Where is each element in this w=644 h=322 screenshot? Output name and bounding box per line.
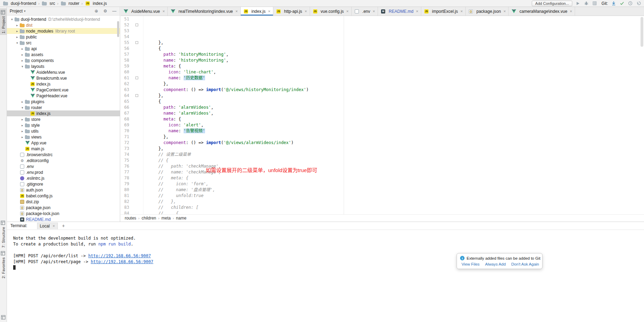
- editor-tab[interactable]: JShttp-api.js✕: [273, 7, 310, 16]
- collapsed-chevron-icon[interactable]: ▸: [20, 53, 25, 56]
- close-tab-icon[interactable]: ✕: [346, 10, 349, 13]
- grid-icon[interactable]: [592, 1, 597, 6]
- notification-action[interactable]: Don't Ask Again: [511, 262, 539, 266]
- tool-window-button[interactable]: 2: Favorites: [0, 249, 7, 280]
- arrow-down-icon[interactable]: [611, 1, 616, 6]
- collapsed-chevron-icon[interactable]: ▸: [20, 100, 25, 104]
- code-breadcrumb-item[interactable]: meta: [161, 216, 171, 221]
- tree-item[interactable]: ▾src: [7, 40, 120, 46]
- project-view-dropdown[interactable]: Project ▾: [10, 9, 26, 14]
- tree-item[interactable]: ▸assets: [7, 52, 120, 57]
- editor-scrollbar[interactable]: [641, 17, 643, 47]
- close-tab-icon[interactable]: ✕: [235, 10, 238, 13]
- breadcrumb-item[interactable]: router: [61, 1, 79, 6]
- tree-item[interactable]: .env: [7, 163, 120, 169]
- tree-item[interactable]: ▸plugins: [7, 99, 120, 105]
- tree-item[interactable]: ▸api: [7, 46, 120, 52]
- close-tab-icon[interactable]: ✕: [162, 10, 165, 13]
- tree-item[interactable]: ▸dist: [7, 22, 120, 28]
- tree-item[interactable]: App.vue: [7, 140, 120, 146]
- tree-item[interactable]: .eslintrc.js: [7, 175, 120, 181]
- fold-icon[interactable]: [135, 41, 138, 44]
- settings-icon[interactable]: ⚙: [103, 8, 108, 14]
- terminal-tab[interactable]: Local✕: [37, 223, 58, 229]
- fold-icon[interactable]: [135, 94, 138, 97]
- tree-item[interactable]: ▸store: [7, 116, 120, 122]
- tree-item[interactable]: {}package.json: [7, 205, 120, 211]
- tree-item[interactable]: PageHeader.vue: [7, 93, 120, 99]
- code-breadcrumb-item[interactable]: name: [176, 216, 186, 221]
- collapsed-chevron-icon[interactable]: ▸: [20, 118, 25, 121]
- tree-item[interactable]: {}auth.json: [7, 187, 120, 193]
- tree-item[interactable]: ⚙.editorconfig: [7, 158, 120, 163]
- tool-window-button[interactable]: 7: Structure: [0, 219, 7, 249]
- editor-tab[interactable]: .env✕: [352, 7, 378, 16]
- fold-icon[interactable]: [135, 24, 138, 26]
- code-area[interactable]: 如需设置展开的二级菜单，unfold设置为true即可 }, { path: '…: [143, 16, 644, 214]
- notification-action[interactable]: View Files: [461, 262, 479, 266]
- add-configuration-button[interactable]: Add Configuration...: [532, 1, 572, 6]
- collapsed-chevron-icon[interactable]: ▸: [15, 24, 19, 27]
- expanded-chevron-icon[interactable]: ▾: [15, 41, 19, 45]
- tree-item[interactable]: AsideMenu.vue: [7, 69, 120, 75]
- tree-item[interactable]: ▸utils: [7, 128, 120, 134]
- collapsed-chevron-icon[interactable]: ▸: [15, 29, 19, 33]
- editor-tab[interactable]: JSvue.config.js✕: [310, 7, 352, 16]
- breadcrumb-item[interactable]: src: [42, 1, 55, 6]
- tree-item[interactable]: dist.zip: [7, 199, 120, 205]
- editor-tab[interactable]: JSindex.js✕: [241, 7, 273, 16]
- tree-item[interactable]: JSbabel.config.js: [7, 193, 120, 199]
- bug-icon[interactable]: [583, 1, 589, 6]
- new-terminal-tab-button[interactable]: +: [62, 223, 65, 229]
- collapsed-chevron-icon[interactable]: ▸: [20, 124, 25, 127]
- close-tab-icon[interactable]: ✕: [416, 10, 418, 13]
- tree-item[interactable]: MREADME.md: [7, 216, 120, 222]
- locate-icon[interactable]: ⊕: [94, 8, 99, 14]
- collapsed-chevron-icon[interactable]: ▸: [20, 135, 25, 139]
- tree-item[interactable]: ▸node_moduleslibrary root: [7, 28, 120, 34]
- tree-item[interactable]: ▾layouts: [7, 63, 120, 69]
- editor-tab[interactable]: cameraManage\index.vue✕: [509, 7, 575, 16]
- notification-action[interactable]: Always Add: [485, 262, 505, 266]
- tree-item[interactable]: JSindex.js: [7, 110, 120, 116]
- breadcrumb-item[interactable]: duoji-frontend: [3, 1, 36, 6]
- terminal-link[interactable]: http://192.168.66.56:9007: [88, 253, 151, 258]
- fold-icon[interactable]: [135, 77, 138, 79]
- tree-item[interactable]: JSmain.js: [7, 146, 120, 152]
- close-tab-icon[interactable]: ✕: [373, 10, 376, 13]
- code-breadcrumb-item[interactable]: children: [142, 216, 156, 221]
- tree-item[interactable]: .browserslistrc: [7, 152, 120, 158]
- play-icon[interactable]: [575, 1, 581, 6]
- collapsed-chevron-icon[interactable]: ▸: [15, 35, 19, 39]
- close-tab-icon[interactable]: ✕: [268, 10, 271, 13]
- terminal-link[interactable]: http://192.168.66.56:9007: [91, 259, 153, 264]
- terminal-output[interactable]: Note that the development build is not o…: [7, 230, 644, 322]
- tree-scrollbar[interactable]: [117, 21, 119, 37]
- tree-item[interactable]: {}package-lock.json: [7, 211, 120, 216]
- close-tab-icon[interactable]: ✕: [570, 10, 573, 13]
- hide-icon[interactable]: ―: [112, 8, 117, 14]
- editor-tab[interactable]: AsideMenu.vue✕: [121, 7, 168, 16]
- clock-icon[interactable]: [627, 1, 633, 6]
- editor-tab[interactable]: {}package.json✕: [466, 7, 509, 16]
- collapsed-chevron-icon[interactable]: ▸: [20, 129, 25, 133]
- tool-window-switcher-icon[interactable]: [1, 315, 6, 321]
- tree-item[interactable]: JSindex.js: [7, 81, 120, 87]
- close-tab-icon[interactable]: ✕: [305, 10, 307, 13]
- code-breadcrumb-item[interactable]: routes: [125, 216, 136, 221]
- tree-item[interactable]: .gitignore: [7, 181, 120, 187]
- tree-item[interactable]: ▾router: [7, 105, 120, 110]
- tree-item[interactable]: PageContent.vue: [7, 87, 120, 93]
- close-tab-icon[interactable]: ✕: [52, 224, 55, 228]
- undo-icon[interactable]: [636, 1, 641, 6]
- editor-tab[interactable]: MREADME.md✕: [378, 7, 421, 16]
- tree-item[interactable]: ▸public: [7, 34, 120, 40]
- close-tab-icon[interactable]: ✕: [503, 10, 506, 13]
- tree-item[interactable]: ▸style: [7, 122, 120, 128]
- tool-window-button[interactable]: 1: Project: [0, 8, 7, 35]
- editor-tab[interactable]: realTimeMonitoring\index.vue✕: [168, 7, 241, 16]
- tree-item[interactable]: Breadcrumb.vue: [7, 75, 120, 81]
- expanded-chevron-icon[interactable]: ▾: [20, 65, 25, 68]
- collapsed-chevron-icon[interactable]: ▸: [20, 59, 25, 62]
- expanded-chevron-icon[interactable]: ▾: [20, 106, 25, 109]
